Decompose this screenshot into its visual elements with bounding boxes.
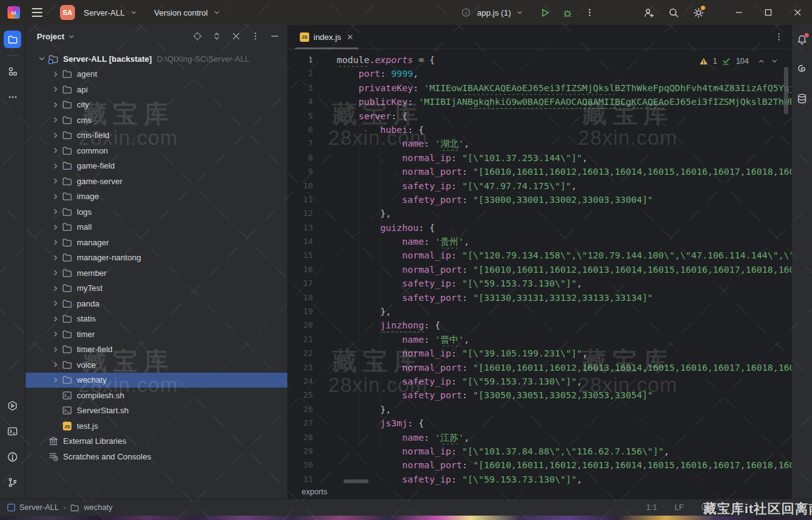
tree-chevron-icon[interactable] (49, 115, 62, 124)
code-line-content[interactable]: publicKey: 'MIIBIjANBgkqhkiG9w0BAQEFAAOC… (334, 95, 791, 109)
tree-chevron-icon[interactable] (49, 345, 62, 354)
add-user-button[interactable] (639, 3, 658, 22)
code-line-content[interactable]: normal_ip: "[\"120.79.134.158\",\"120.79… (334, 248, 791, 262)
code-line[interactable]: 18 safety_port: "[33130,33131,33132,3313… (288, 291, 791, 305)
tree-item-statis[interactable]: statis (26, 312, 287, 327)
settings-button[interactable] (689, 3, 708, 22)
code-line[interactable]: 19 }, (288, 305, 791, 318)
tree-chevron-icon[interactable] (49, 131, 62, 140)
tree-item-timer[interactable]: timer (26, 326, 287, 342)
locate-file-icon[interactable] (192, 31, 202, 41)
code-line-content[interactable]: }, (334, 403, 391, 416)
statusbar-crumb[interactable]: Server-ALL (19, 503, 59, 512)
code-line[interactable]: 8 normal_ip: "[\"101.37.253.144\"]", (288, 151, 791, 165)
code-line[interactable]: 29 normal_ip: "[\"101.37.84.88\",\"116.6… (288, 444, 791, 458)
tree-chevron-icon[interactable] (49, 177, 62, 185)
code-line[interactable]: 12 }, (288, 207, 791, 220)
code-line-content[interactable]: safety_ip: "[\"59.153.73.130\"]", (334, 473, 582, 485)
code-line-content[interactable]: normal_port: "[16010,16011,16012,16013,1… (334, 165, 791, 179)
code-line-content[interactable]: name: '湖北', (334, 137, 469, 150)
code-line-content[interactable]: js3mj: { (334, 416, 424, 430)
debug-button[interactable] (558, 3, 577, 22)
ai-assistant-button[interactable] (793, 61, 811, 78)
tree-chevron-icon[interactable] (49, 207, 62, 216)
code-line[interactable]: 27 js3mj: { (288, 416, 791, 430)
tree-item-game-field[interactable]: game-field (26, 159, 287, 174)
tree-item-cms[interactable]: cms (26, 112, 287, 128)
horizontal-scrollbar-thumb[interactable] (344, 479, 369, 483)
statusbar-breadcrumbs[interactable]: Server-ALL › wechaty (7, 503, 112, 513)
code-line[interactable]: 22 normal_ip: "[\"39.105.199.231\"]", (288, 346, 791, 360)
vertical-scrollbar-thumb[interactable] (784, 67, 788, 114)
run-button[interactable] (535, 3, 554, 22)
code-line[interactable]: 4 publicKey: 'MIIBIjANBgkqhkiG9w0BAQEFAA… (288, 95, 791, 109)
code-line-content[interactable]: privateKey: 'MIIEowIBAAKCAQEAoEJ65ei3fIZ… (334, 81, 791, 95)
code-line-content[interactable]: normal_port: "[16010,16011,16012,16013,1… (334, 361, 791, 375)
code-line[interactable]: 20 jinzhong: { (288, 318, 791, 332)
code-line-content[interactable]: name: '江苏', (334, 431, 469, 444)
tree-chevron-icon[interactable] (49, 330, 62, 338)
code-line[interactable]: 16 normal_port: "[16010,16011,16012,1601… (288, 263, 791, 277)
code-line[interactable]: 21 name: '晋中', (288, 333, 791, 346)
code-line-content[interactable]: safety_port: "[33130,33131,33132,33133,3… (334, 291, 653, 305)
hide-panel-icon[interactable] (270, 31, 280, 41)
line-separator[interactable]: LF (675, 503, 684, 512)
code-line[interactable]: 23 normal_port: "[16010,16011,16012,1601… (288, 361, 791, 375)
code-line-content[interactable]: safety_ip: "[\"59.153.73.130\"]", (334, 375, 582, 388)
code-line-content[interactable]: name: '晋中', (334, 333, 469, 346)
code-line[interactable]: 9 normal_port: "[16010,16011,16012,16013… (288, 165, 791, 179)
editor-options-icon[interactable] (774, 32, 784, 42)
code-line-content[interactable]: safety_port: "[33000,33001,33002,33003,3… (334, 193, 653, 207)
tree-item-manager-nantong[interactable]: manager-nantong (26, 250, 287, 266)
tree-item-external-libraries[interactable]: External Libraries (26, 434, 287, 449)
tree-item-compilesh-sh[interactable]: compilesh.sh (26, 388, 287, 403)
statusbar-crumb[interactable]: wechaty (84, 503, 112, 512)
project-view-selector[interactable]: Project (37, 32, 76, 41)
collapse-all-icon[interactable] (231, 31, 241, 41)
code-line-content[interactable]: normal_ip: "[\"101.37.84.88\",\"116.62.7… (334, 444, 670, 458)
tree-chevron-icon[interactable] (49, 238, 62, 247)
tab-close-icon[interactable]: ✕ (347, 32, 354, 42)
file-encoding[interactable]: UTF-8 (701, 503, 723, 512)
code-line[interactable]: 13 guizhou: { (288, 221, 791, 235)
code-line-content[interactable]: normal_ip: "[\"39.105.199.231\"]", (334, 346, 588, 360)
code-line-content[interactable]: safety_ip: "[\"59.153.73.130\"]", (334, 277, 582, 290)
code-line-content[interactable]: hubei: { (334, 123, 424, 137)
tree-item-serverstart-sh[interactable]: ServerStart.sh (26, 403, 287, 419)
tree-item-mytest[interactable]: myTest (26, 281, 287, 297)
code-line[interactable]: 25 safety_port: "[33050,33051,33052,3305… (288, 388, 791, 402)
close-button[interactable] (783, 0, 812, 25)
code-line[interactable]: 15 normal_ip: "[\"120.79.134.158\",\"120… (288, 248, 791, 262)
code-line-content[interactable]: safety_port: "[33050,33051,33052,33053,3… (334, 388, 653, 402)
code-line-content[interactable]: normal_port: "[16010,16011,16012,16013,1… (334, 263, 791, 277)
code-line-content[interactable]: guizhou: { (334, 221, 435, 235)
tree-item-server-all-backstate-[interactable]: Server-ALL [backstate]D:\QIXing-SC\Serve… (26, 51, 287, 67)
tree-item-panda[interactable]: panda (26, 296, 287, 312)
code-line[interactable]: 7 name: '湖北', (288, 137, 791, 150)
code-line-content[interactable]: jinzhong: { (334, 318, 440, 332)
prev-problem-icon[interactable] (757, 57, 766, 66)
breadcrumb-item[interactable]: exports (302, 488, 327, 496)
terminal-tool-button[interactable] (4, 423, 21, 440)
tree-chevron-icon[interactable] (49, 162, 62, 170)
version-control-widget[interactable]: Version control (152, 5, 224, 21)
structure-tool-button[interactable] (4, 62, 21, 80)
cursor-position[interactable]: 1:1 (646, 503, 657, 512)
tree-item-common[interactable]: common (26, 143, 287, 159)
tree-chevron-icon[interactable] (49, 70, 62, 79)
main-menu-button[interactable] (26, 4, 47, 21)
tree-item-manager[interactable]: manager (26, 235, 287, 250)
code-line-content[interactable]: }, (334, 207, 391, 220)
tree-item-image[interactable]: image (26, 189, 287, 205)
code-line-content[interactable]: normal_port: "[16010,16011,16012,16013,1… (334, 458, 791, 472)
tree-chevron-icon[interactable] (49, 223, 62, 232)
code-line-content[interactable]: name: '贵州', (334, 235, 469, 248)
services-tool-button[interactable] (4, 397, 21, 415)
code-line-content[interactable]: safety_ip: "[\"47.97.74.175\"]", (334, 179, 577, 193)
tree-item-logs[interactable]: logs (26, 204, 287, 220)
tree-chevron-icon[interactable] (49, 268, 62, 277)
tree-chevron-icon[interactable] (49, 376, 62, 385)
tree-item-api[interactable]: api (26, 82, 287, 97)
tree-chevron-icon[interactable] (49, 299, 62, 308)
code-editor[interactable]: 1module.exports = {2 port: 9999,3 privat… (288, 49, 791, 485)
